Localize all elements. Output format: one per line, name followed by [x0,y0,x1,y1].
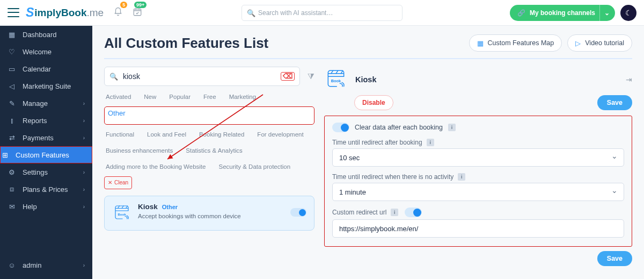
chevron-right-icon: › [83,118,85,124]
redirect-no-activity-label: Time until redirect when there is no act… [332,173,624,181]
dashboard-icon: ▦ [8,31,16,39]
booking-channels-button[interactable]: 🔗 My booking channels ⌄ [510,5,615,21]
clear-data-toggle[interactable] [332,123,349,132]
custom-features-map-button[interactable]: ▦Custom Features Map [469,34,562,52]
sidebar-item-reports[interactable]: ⫿Reports› [0,112,92,129]
chip-other[interactable]: Other [104,106,314,125]
detail-title: Kiosk [355,75,618,84]
save-button-bottom[interactable]: Save [597,251,632,266]
chip-for-development[interactable]: For development [255,128,305,141]
redirect-after-booking-select[interactable]: 10 sec [332,148,624,167]
megaphone-icon: ◁ [8,82,16,90]
sidebar-item-admin[interactable]: ☺admin› [0,256,92,274]
chip-business-enhancements[interactable]: Business enhancements [104,144,174,157]
custom-redirect-url-label: Custom redirect urli [332,208,624,217]
sidebar-item-welcome[interactable]: ♡Welcome [0,43,92,60]
chip-clean-button[interactable]: ✕Clean [104,176,132,189]
custom-redirect-url-toggle[interactable] [405,208,422,217]
sidebar-item-label: Help [23,203,37,211]
chip-marketing[interactable]: Marketing [228,90,258,103]
chip-popular[interactable]: Popular [167,90,192,103]
clear-data-label: Clear data after each booking [355,124,443,131]
sidebar-item-calendar[interactable]: ▭Calendar [0,60,92,77]
chip-security-data[interactable]: Security & Data protection [217,160,292,173]
custom-redirect-url-input[interactable] [332,219,624,238]
main-content: All Custom Features List ▦Custom Feature… [92,26,644,279]
search-icon: 🔍 [247,9,255,17]
search-icon: 🔍 [109,73,118,81]
feature-search-input[interactable] [104,67,300,86]
info-icon[interactable]: i [458,173,465,181]
chip-activated[interactable]: Activated [104,90,133,103]
link-icon: 🔗 [517,9,525,17]
pencil-icon: ✎ [8,99,16,108]
features-list-panel: 🔍 ⌫ ⧩ Activated New Popular Free Marketi… [104,67,314,273]
sidebar-item-plans-prices[interactable]: ⧈Plans & Prices› [0,181,92,198]
feature-description: Accept bookings with common device [138,213,284,219]
features-icon: ⊞ [1,151,9,159]
sidebar-item-dashboard[interactable]: ▦Dashboard [0,26,92,43]
redirect-no-activity-select[interactable]: 1 minute [332,183,624,201]
logo[interactable]: SimplyBook.me [26,5,104,20]
user-icon: ☺ [8,261,16,269]
category-chips: Activated New Popular Free Marketing Oth… [104,90,314,189]
feature-category: Other [162,204,178,210]
chip-booking-related[interactable]: Booking Related [197,128,246,141]
feature-toggle[interactable] [290,208,306,218]
video-tutorial-button[interactable]: ▷Video tutorial [567,34,632,52]
global-search-input[interactable] [241,5,402,21]
chevron-right-icon: › [83,101,85,106]
chevron-right-icon: › [83,187,85,192]
chip-look-and-feel[interactable]: Look and Feel [145,128,188,141]
play-icon: ▷ [575,39,581,47]
svg-text:Book: Book [118,213,127,216]
chevron-down-icon[interactable]: ⌄ [599,5,610,21]
page-title: All Custom Features List [104,35,268,52]
sidebar-item-manage[interactable]: ✎Manage› [0,95,92,112]
filter-icon[interactable]: ⧩ [308,71,314,81]
sidebar-item-label: Plans & Prices [23,185,68,194]
chip-functional[interactable]: Functional [104,128,136,141]
sidebar-item-label: Reports [23,117,47,125]
info-icon[interactable]: i [391,209,398,216]
chip-statistics-analytics[interactable]: Statistics & Analytics [184,144,244,157]
notifications-bell-icon[interactable]: 5 [113,7,123,18]
sidebar-item-label: Dashboard [23,31,57,39]
booking-channels-label: My booking channels [530,9,595,17]
sidebar-item-settings[interactable]: ⚙Settings› [0,163,92,181]
disable-button[interactable]: Disable [354,95,393,110]
sidebar-item-label: Custom Features [16,151,69,159]
save-button-top[interactable]: Save [597,95,632,110]
sidebar-item-custom-features[interactable]: ⊞Custom Features [0,146,92,163]
chevron-right-icon: › [83,169,85,175]
tasks-calendar-icon[interactable]: 99+ [133,7,142,18]
payments-icon: ⇄ [8,134,16,142]
welcome-icon: ♡ [8,48,16,56]
info-icon[interactable]: i [427,139,434,146]
chevron-right-icon: › [83,204,85,210]
chevron-right-icon: › [83,262,85,268]
clear-data-toggle-row: Clear data after each booking i [332,123,624,132]
collapse-panel-icon[interactable]: ⇥ [626,75,632,84]
menu-toggle-button[interactable] [8,7,19,19]
sidebar-item-payments[interactable]: ⇄Payments› [0,129,92,146]
svg-rect-0 [134,9,141,16]
sidebar-item-label: Marketing Suite [23,82,71,90]
chip-adding-more[interactable]: Adding more to the Booking Website [104,160,207,173]
bell-badge: 5 [120,2,127,8]
gear-icon: ⚙ [8,168,16,176]
chip-new[interactable]: New [142,90,158,103]
sidebar-item-label: Payments [23,134,54,142]
sidebar: ▦Dashboard ♡Welcome ▭Calendar ◁Marketing… [0,26,92,279]
chip-clean-label: Clean [114,177,128,189]
info-icon[interactable]: i [448,124,456,131]
dark-mode-toggle[interactable]: ☾ [620,5,636,21]
chip-free[interactable]: Free [202,90,218,103]
clear-search-button[interactable]: ⌫ [281,72,295,81]
sidebar-item-marketing-suite[interactable]: ◁Marketing Suite [0,77,92,95]
svg-text:Book: Book [331,78,341,83]
topbar: SimplyBook.me 5 99+ 🔍 🔗 My booking chann… [0,0,644,26]
sidebar-item-label: Settings [23,168,48,176]
sidebar-item-help[interactable]: ✉Help› [0,198,92,215]
feature-card-kiosk[interactable]: Book Kiosk Other Accept bookings with co… [104,196,314,231]
